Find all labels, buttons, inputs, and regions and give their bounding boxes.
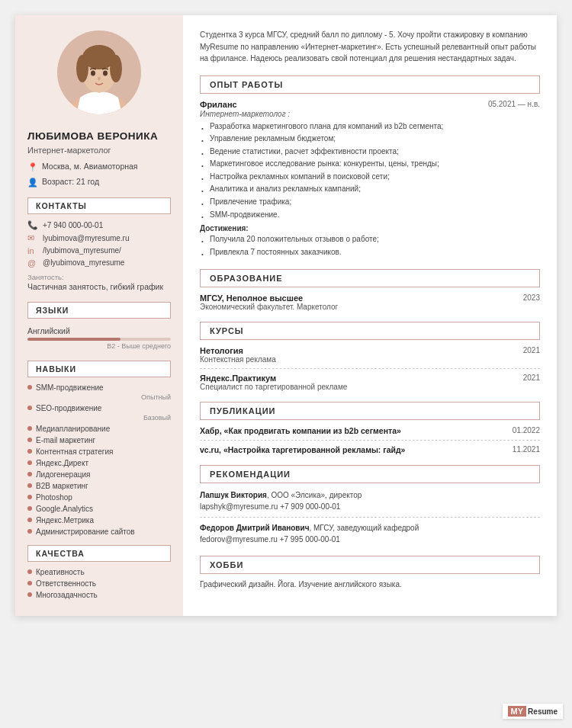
quality-3: Многозадачность: [15, 589, 183, 601]
hobbies-text: Графический дизайн. Йога. Изучение англи…: [200, 580, 540, 588]
skill-photoshop: Photoshop: [15, 492, 183, 503]
skill-dot: [27, 472, 32, 476]
left-column: ЛЮБИМОВА ВЕРОНИКА Интернет-маркетолог 📍 …: [15, 15, 183, 616]
skill-level-basic: Базовый: [15, 414, 183, 423]
age-row: 👤 Возраст: 21 год: [15, 175, 183, 190]
skill-name: Google.Analytics: [36, 505, 93, 513]
linkedin-row: in /lyubimova_myresume/: [15, 245, 183, 257]
location-row: 📍 Москва, м. Авиамоторная: [15, 159, 183, 175]
bullet-item: •Получила 20 положительных отзывов о раб…: [201, 234, 540, 246]
skill-name: E-mail маркетинг: [36, 436, 95, 444]
skill-google-analytics: Google.Analytics: [15, 503, 183, 515]
course-name: Нетология: [200, 346, 243, 355]
linkedin-icon: in: [27, 246, 38, 255]
quality-2: Ответственность: [15, 578, 183, 589]
bullet-item: •Настройка рекламных компаний в поисково…: [201, 172, 540, 184]
quality-name: Ответственность: [36, 579, 96, 588]
bullet-dot: •: [201, 250, 206, 259]
instagram-text: @lyubimova_myresume: [43, 258, 124, 267]
pub-row: vc.ru, «Настройка таргетированной реклам…: [200, 445, 540, 454]
rec-name: Федоров Дмитрий Иванович: [200, 524, 309, 532]
bullet-text: Маркетинговое исследование рынка: конкур…: [210, 159, 439, 170]
achievements-title: Достижения:: [200, 224, 540, 233]
location-text: Москва, м. Авиамоторная: [42, 162, 138, 171]
skill-dot: [27, 426, 32, 431]
email-row: ✉ lyubimova@myresume.ru: [15, 232, 183, 245]
quality-1: Креативность: [15, 566, 183, 578]
quality-dot: [27, 592, 32, 597]
pub-date: 11.2021: [513, 445, 540, 454]
pub-name: Хабр, «Как продвигать компании из b2b се…: [200, 426, 401, 435]
skill-level-opytny: Опытный: [15, 393, 183, 402]
recommendations-header: РЕКОМЕНДАЦИИ: [200, 465, 540, 483]
job-row: Фриланс 05.2021 — н.в.: [200, 100, 540, 109]
bullet-item: •Маркетинговое исследование рынка: конку…: [201, 159, 540, 171]
svg-point-5: [110, 55, 122, 82]
rec-2: Федоров Дмитрий Иванович, МГСУ, заведующ…: [200, 522, 540, 545]
contacts-header: КОНТАКТЫ: [27, 197, 171, 214]
phone-text: +7 940 000-00-01: [43, 221, 103, 229]
pub-item-1: Хабр, «Как продвигать компании из b2b се…: [200, 426, 540, 435]
quality-dot: [27, 581, 32, 585]
pub-row: Хабр, «Как продвигать компании из b2b се…: [200, 426, 540, 435]
skill-dot: [27, 529, 32, 534]
divider: [200, 440, 540, 441]
rec-1: Лапшук Виктория, ООО «Элсика», директор …: [200, 489, 540, 512]
skill-name: Медиапланирование: [36, 425, 110, 433]
employment-value: Частичная занятость, гибкий график: [15, 282, 183, 294]
bullet-text: Привлекла 7 постоянных заказчиков.: [210, 247, 342, 258]
myresume-badge: MY Resume: [503, 704, 563, 719]
location-icon: 📍: [27, 162, 38, 172]
skill-name: Photoshop: [36, 493, 72, 502]
skill-yandex-direct: Яндекс.Директ: [15, 457, 183, 469]
bullet-item: •Управление рекламным бюджетом;: [201, 133, 540, 146]
photo-section: [15, 15, 183, 123]
skill-dot: [27, 483, 32, 488]
skill-dot: [27, 460, 32, 465]
bullet-text: SMM-продвижение.: [210, 210, 279, 221]
skill-name: Администрирование сайтов: [36, 528, 135, 536]
rec-contact: lapshyk@myresume.ru +7 909 000-00-01: [200, 502, 340, 511]
education-header: ОБРАЗОВАНИЕ: [200, 269, 540, 287]
intro-text: Студентка 3 курса МГСУ, средний балл по …: [200, 29, 540, 65]
edu-detail: Экономический факультет. Маркетолог: [200, 303, 540, 311]
education-section: ОБРАЗОВАНИЕ МГСУ, Неполное высшее 2023 Э…: [200, 269, 540, 311]
skill-yandex-metrika: Яндекс.Метрика: [15, 515, 183, 526]
skill-dot: [27, 495, 32, 499]
bullet-dot: •: [201, 237, 206, 246]
language-english: Английский B2 - Выше среднего: [15, 323, 183, 353]
email-text: lyubimova@myresume.ru: [43, 234, 130, 242]
linkedin-text: /lyubimova_myresume/: [43, 246, 121, 255]
quality-dot: [27, 569, 32, 574]
skill-email: E-mail маркетинг: [15, 435, 183, 446]
skill-dot: [27, 406, 32, 410]
bullet-item: •Ведение статистики, расчет эффективност…: [201, 146, 540, 159]
skill-b2b: B2B маркетинг: [15, 480, 183, 492]
bullet-text: Управление рекламным бюджетом;: [210, 133, 336, 145]
skill-content: Контентная стратегия: [15, 446, 183, 457]
bullet-dot: •: [201, 162, 206, 171]
skill-name: Яндекс.Директ: [36, 459, 88, 467]
svg-point-7: [103, 71, 108, 76]
job-subtitle: Интернет-маркетолог :: [200, 110, 540, 118]
language-level: B2 - Выше среднего: [27, 342, 171, 350]
skill-dot: [27, 518, 32, 522]
badge-my: MY: [508, 706, 527, 717]
languages-header: ЯЗЫКИ: [27, 302, 171, 319]
course-row-1: Нетология 2021: [200, 346, 540, 355]
bullet-dot: •: [201, 136, 206, 146]
course-detail: Контекстная реклама: [200, 355, 540, 364]
bullet-item: •Аналитика и анализ рекламных кампаний;: [201, 184, 540, 196]
job-title: Интернет-маркетолог: [27, 146, 171, 155]
course-name: Яндекс.Практикум: [200, 374, 276, 383]
skill-name: Контентная стратегия: [36, 447, 113, 456]
language-name: Английский: [27, 326, 171, 335]
skill-dot: [27, 449, 32, 454]
language-bar-fill: [27, 338, 121, 341]
bullet-text: Настройка рекламных компаний в поисковой…: [210, 172, 390, 183]
bullet-text: Ведение статистики, расчет эффективности…: [210, 146, 399, 158]
edu-row: МГСУ, Неполное высшее 2023: [200, 293, 540, 303]
skill-admin: Администрирование сайтов: [15, 526, 183, 537]
full-name: ЛЮБИМОВА ВЕРОНИКА: [27, 130, 171, 143]
bullet-text: Аналитика и анализ рекламных кампаний;: [210, 184, 361, 195]
